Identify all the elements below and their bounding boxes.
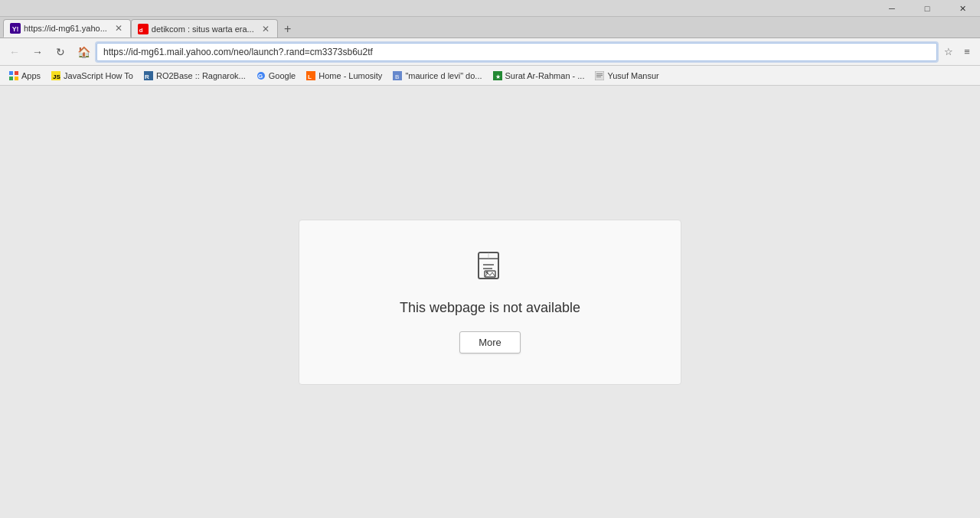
svg-text:G: G xyxy=(258,73,263,80)
home-button[interactable]: 🏠 xyxy=(74,42,93,62)
tabbar: Y! https://id-mg61.yaho... ✕ d detikcom … xyxy=(0,17,980,38)
svg-rect-5 xyxy=(15,71,18,75)
google-favicon: G xyxy=(256,71,266,80)
ro2-favicon: R xyxy=(144,71,153,80)
svg-rect-23 xyxy=(596,77,601,77)
apps-favicon xyxy=(9,71,18,80)
bookmark-maurice[interactable]: B "maurice d levi" do... xyxy=(388,70,486,82)
tab-detik[interactable]: d detikcom : situs warta era... ✕ xyxy=(131,19,278,37)
bookmark-js[interactable]: JS JavaScript How To xyxy=(47,70,138,82)
bookmark-yusuf-label: Yusuf Mansur xyxy=(607,71,658,80)
bookmark-star-icon[interactable]: ☆ xyxy=(940,44,957,60)
bookmark-ro2[interactable]: R RO2Base :: Ragnarok... xyxy=(139,70,250,82)
bookmark-maurice-label: "maurice d levi" do... xyxy=(405,71,482,80)
bookmark-ro2-label: RO2Base :: Ragnarok... xyxy=(156,71,246,80)
svg-text:Y!: Y! xyxy=(12,25,19,33)
bookmark-yusuf[interactable]: Yusuf Mansur xyxy=(590,70,663,82)
address-bar[interactable] xyxy=(96,43,937,61)
back-button[interactable]: ← xyxy=(5,42,24,62)
tab-detik-title: detikcom : situs warta era... xyxy=(152,24,254,34)
bookmark-google[interactable]: G Google xyxy=(252,70,300,82)
svg-text:B: B xyxy=(395,73,399,80)
forward-button[interactable]: → xyxy=(28,42,47,62)
svg-text:R: R xyxy=(145,73,149,80)
bookmark-js-label: JavaScript How To xyxy=(64,71,133,80)
chrome-menu-icon[interactable]: ≡ xyxy=(959,44,975,60)
svg-text:JS: JS xyxy=(53,73,60,80)
svg-rect-22 xyxy=(596,75,603,76)
navbar: ← → ↻ 🏠 ☆ ≡ xyxy=(0,38,980,66)
yahoo-favicon: Y! xyxy=(10,23,21,34)
svg-rect-7 xyxy=(15,77,18,80)
window-controls: ─ □ ✕ xyxy=(874,0,980,17)
titlebar: ─ □ ✕ xyxy=(0,0,980,17)
svg-rect-4 xyxy=(9,71,13,75)
reload-button[interactable]: ↻ xyxy=(51,42,70,62)
tab-yahoo[interactable]: Y! https://id-mg61.yaho... ✕ xyxy=(3,19,131,37)
svg-text:d: d xyxy=(139,26,143,33)
bookmark-apps-label: Apps xyxy=(21,71,41,80)
new-tab-button[interactable]: + xyxy=(279,21,296,37)
detik-favicon: d xyxy=(138,24,149,34)
bookmark-surat[interactable]: ★ Surat Ar-Rahman - ... xyxy=(488,70,590,82)
bookmark-surat-label: Surat Ar-Rahman - ... xyxy=(505,71,585,80)
bookmark-lumosity-label: Home - Lumosity xyxy=(318,71,382,80)
tab-detik-close[interactable]: ✕ xyxy=(260,24,271,34)
svg-point-29 xyxy=(486,271,488,273)
svg-text:L: L xyxy=(308,73,312,80)
tab-yahoo-title: https://id-mg61.yaho... xyxy=(24,24,107,33)
minimize-button[interactable]: ─ xyxy=(874,0,910,17)
close-button[interactable]: ✕ xyxy=(945,0,980,17)
page-favicon xyxy=(595,71,604,80)
maximize-button[interactable]: □ xyxy=(910,0,945,17)
bookmark-google-label: Google xyxy=(269,71,296,80)
bookmark-apps[interactable]: Apps xyxy=(5,70,45,82)
svg-rect-6 xyxy=(9,77,13,80)
star-favicon: ★ xyxy=(493,71,502,80)
svg-rect-21 xyxy=(596,73,603,74)
more-button[interactable]: More xyxy=(459,331,521,353)
lumosity-favicon: L xyxy=(306,71,315,80)
book-favicon: B xyxy=(393,71,402,80)
svg-text:★: ★ xyxy=(495,73,501,80)
bookmarks-bar: Apps JS JavaScript How To R RO2Base :: R… xyxy=(0,66,980,86)
tab-yahoo-close[interactable]: ✕ xyxy=(113,23,124,34)
bookmark-lumosity[interactable]: L Home - Lumosity xyxy=(302,70,387,82)
error-message: This webpage is not available xyxy=(400,300,580,316)
broken-page-icon xyxy=(475,251,505,285)
main-content: This webpage is not available More xyxy=(0,86,980,518)
error-card: This webpage is not available More xyxy=(299,220,681,385)
nav-icons: ☆ ≡ xyxy=(940,44,975,60)
js-favicon: JS xyxy=(51,71,60,80)
